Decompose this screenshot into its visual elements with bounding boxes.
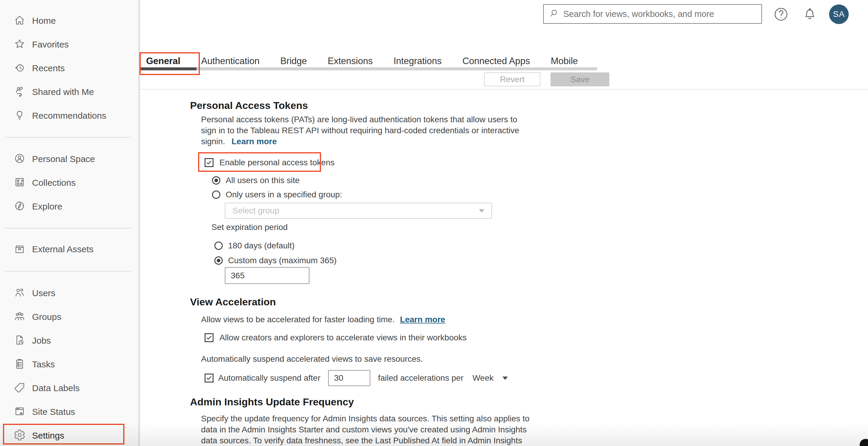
pat-learn-more-link[interactable]: Learn more xyxy=(231,137,277,146)
enable-pat-row: Enable personal access tokens xyxy=(205,156,335,170)
sidebar-item-site-status[interactable]: Site Status xyxy=(0,400,139,424)
days-180-radio[interactable] xyxy=(214,242,223,250)
enable-pat-checkbox[interactable] xyxy=(205,158,214,167)
suspend-checkbox[interactable] xyxy=(205,374,214,382)
sidebar-item-label: Collections xyxy=(32,178,76,188)
avatar-initials: SA xyxy=(833,9,844,19)
expiration-label: Set expiration period xyxy=(211,222,288,232)
suspend-count-input[interactable] xyxy=(328,370,370,386)
chevron-down-icon[interactable] xyxy=(502,377,508,380)
sidebar-item-settings[interactable]: Settings xyxy=(0,424,139,446)
all-users-row: All users on this site xyxy=(212,175,300,186)
jobs-document-icon xyxy=(14,334,26,347)
tab-bridge[interactable]: Bridge xyxy=(280,56,307,66)
suspend-period-select[interactable]: Week xyxy=(472,373,494,383)
sidebar-item-label: Groups xyxy=(32,312,61,322)
sidebar-item-label: Tasks xyxy=(32,359,55,370)
sidebar-item-recents[interactable]: Recents xyxy=(0,56,139,80)
sidebar-item-label: Jobs xyxy=(32,336,51,346)
lightbulb-icon xyxy=(14,109,26,122)
sidebar-item-label: Recents xyxy=(32,63,65,73)
tab-general[interactable]: General xyxy=(146,56,180,66)
tag-icon xyxy=(14,382,26,394)
view-accel-section-title: View Acceleration xyxy=(190,296,276,308)
settings-tabs: General Authentication Bridge Extensions… xyxy=(146,56,578,66)
gear-icon xyxy=(14,429,26,442)
sidebar-item-label: Recommendations xyxy=(32,111,106,121)
tasks-clipboard-icon xyxy=(14,358,26,371)
sidebar-divider xyxy=(5,137,131,138)
custom-days-row: Custom days (maximum 365) xyxy=(214,255,337,266)
custom-days-input[interactable] xyxy=(225,267,309,284)
tab-underline-track xyxy=(140,67,597,70)
sidebar-item-label: Explore xyxy=(32,202,62,212)
tab-connected-apps[interactable]: Connected Apps xyxy=(462,56,530,66)
external-assets-icon xyxy=(14,243,26,256)
specified-group-radio[interactable] xyxy=(212,191,220,199)
users-icon xyxy=(14,287,26,300)
admin-insights-section-title: Admin Insights Update Frequency xyxy=(190,396,354,408)
view-accel-learn-more-link[interactable]: Learn more xyxy=(400,315,445,324)
specified-group-row: Only users in a specified group: xyxy=(212,189,342,200)
recents-clock-icon xyxy=(14,62,26,75)
select-group-dropdown[interactable]: Select group xyxy=(225,203,492,219)
sidebar-item-shared-with-me[interactable]: Shared with Me xyxy=(0,80,139,104)
sidebar-item-jobs[interactable]: Jobs xyxy=(0,329,139,352)
custom-days-label: Custom days (maximum 365) xyxy=(228,256,337,265)
sidebar-item-label: Data Labels xyxy=(32,383,80,393)
suspend-after-label: failed accelerations per xyxy=(378,373,464,383)
sidebar-item-label: Home xyxy=(32,16,56,26)
sidebar-item-favorites[interactable]: Favorites xyxy=(0,33,139,56)
user-avatar[interactable]: SA xyxy=(829,4,849,24)
sidebar-item-home[interactable]: Home xyxy=(0,9,139,33)
star-icon xyxy=(14,38,26,51)
sidebar-divider xyxy=(5,228,131,229)
sidebar-item-label: Settings xyxy=(32,431,64,441)
sidebar-item-tasks[interactable]: Tasks xyxy=(0,352,139,376)
tab-extensions[interactable]: Extensions xyxy=(328,56,373,66)
sidebar-item-groups[interactable]: Groups xyxy=(0,305,139,329)
sidebar-item-explore[interactable]: Explore xyxy=(0,195,139,218)
days-180-label: 180 days (default) xyxy=(228,241,294,250)
sidebar-item-users[interactable]: Users xyxy=(0,281,139,305)
all-users-radio[interactable] xyxy=(212,176,220,184)
pat-section-title: Personal Access Tokens xyxy=(190,100,308,111)
cursor-artifact xyxy=(860,439,868,446)
tab-underline-active xyxy=(140,67,196,70)
specified-group-label: Only users in a specified group: xyxy=(226,190,342,199)
search-input[interactable] xyxy=(563,9,762,19)
toolbar-divider xyxy=(140,89,868,90)
sidebar-item-label: External Assets xyxy=(32,244,94,254)
all-users-label: All users on this site xyxy=(226,176,300,185)
sidebar-item-label: Favorites xyxy=(32,39,69,49)
explore-compass-icon xyxy=(14,200,26,213)
custom-days-radio[interactable] xyxy=(214,256,223,265)
sidebar-item-label: Site Status xyxy=(32,407,75,417)
tab-mobile[interactable]: Mobile xyxy=(551,56,578,66)
sidebar-item-collections[interactable]: Collections xyxy=(0,171,139,195)
sidebar-item-data-labels[interactable]: Data Labels xyxy=(0,376,139,400)
admin-insights-description: Specify the update frequency for Admin I… xyxy=(201,413,529,446)
tab-authentication[interactable]: Authentication xyxy=(201,56,259,66)
global-search xyxy=(543,4,762,24)
sidebar-item-recommendations[interactable]: Recommendations xyxy=(0,104,139,128)
allow-accel-checkbox[interactable] xyxy=(205,333,214,342)
suspend-description: Automatically suspend accelerated views … xyxy=(201,354,423,364)
chevron-down-icon xyxy=(479,209,484,212)
suspend-row: Automatically suspend after failed accel… xyxy=(205,370,508,386)
notifications-bell-icon[interactable] xyxy=(802,7,817,23)
sidebar-item-personal-space[interactable]: Personal Space xyxy=(0,147,139,171)
save-button[interactable]: Save xyxy=(551,72,609,87)
personal-space-icon xyxy=(14,152,26,166)
select-group-placeholder: Select group xyxy=(232,206,479,215)
view-accel-description: Allow views to be accelerated for faster… xyxy=(201,314,445,325)
enable-pat-label: Enable personal access tokens xyxy=(219,158,335,167)
revert-button[interactable]: Revert xyxy=(484,72,540,87)
tab-integrations[interactable]: Integrations xyxy=(394,56,441,66)
days-180-row: 180 days (default) xyxy=(214,240,294,251)
home-icon xyxy=(14,14,26,27)
pat-description: Personal access tokens (PATs) are long-l… xyxy=(201,114,519,147)
help-icon[interactable] xyxy=(773,6,789,24)
sidebar-item-external-assets[interactable]: External Assets xyxy=(0,237,139,261)
site-status-icon xyxy=(14,405,26,418)
